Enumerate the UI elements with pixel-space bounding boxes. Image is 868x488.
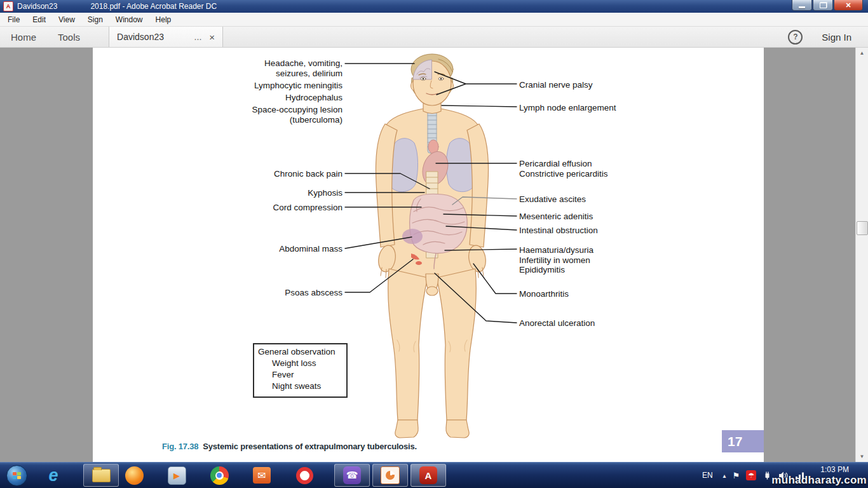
powerpoint-icon [381,466,400,484]
taskbar-internet-explorer[interactable]: e [41,464,66,487]
line-haematuria [445,249,517,250]
taskbar-acrobat[interactable]: A [410,464,446,487]
body-figure-illustration [93,48,764,462]
label-headache: Headache, vomiting, seizures, delirium [264,58,342,78]
firefox-icon [125,466,144,485]
minimize-icon [799,6,805,8]
app-tab-bar: Home Tools Davidson23 ... × ? Sign In [0,27,868,48]
folder-icon [92,469,111,482]
window-title-filename: Davidson23 [17,2,57,11]
label-cranial-nerve-palsy: Cranial nerve palsy [519,80,593,90]
pdf-file-icon: A [3,1,13,11]
tab-close-icon[interactable]: × [209,32,215,42]
pdf-page[interactable]: Headache, vomiting, seizures, delirium L… [93,48,764,462]
antivirus-tray-icon[interactable]: ☂ [746,470,756,480]
lungs [388,139,476,192]
arms [376,124,489,278]
spine [426,172,438,258]
label-lymphocytic-meningitis: Lymphocytic meningitis [254,81,342,91]
window-titlebar: A Davidson23 2018.pdf - Adobe Acrobat Re… [0,0,868,13]
action-center-flag-icon[interactable]: ⚑ [733,471,740,480]
language-indicator[interactable]: EN [702,471,713,480]
document-area: Headache, vomiting, seizures, delirium L… [0,48,868,462]
menu-view[interactable]: View [52,15,81,24]
label-space-occupying-lesion: Space-occupying lesion (tuberculoma) [252,105,342,125]
opera-icon [296,467,313,484]
label-abdominal-mass: Abdominal mass [279,244,342,254]
mail-icon: ✉ [253,467,271,484]
document-tab[interactable]: Davidson23 ... × [109,27,223,47]
window-title-text: 2018.pdf - Adobe Acrobat Reader DC [90,2,217,11]
windows-start-icon [6,465,27,486]
system-tray: EN ▴ ⚑ ☂ 1:03 PM muhadharaty.com [702,463,868,488]
network-signal-icon[interactable] [795,471,805,480]
menu-window[interactable]: Window [109,15,149,24]
legs [388,269,477,438]
tab-tools[interactable]: Tools [47,27,91,47]
maximize-icon [820,3,827,8]
power-plug-icon[interactable] [763,471,772,480]
help-icon[interactable]: ? [788,30,803,44]
start-button[interactable] [4,464,29,487]
line-intestinal [446,226,517,230]
menu-help[interactable]: Help [149,15,178,24]
taskbar-powerpoint[interactable] [372,464,408,487]
media-player-icon: ▶ [168,466,186,485]
volume-icon[interactable] [778,471,789,480]
close-button[interactable]: ✕ [834,0,863,11]
maximize-button[interactable] [813,0,833,11]
label-mesenteric-adenitis: Mesenteric adenitis [519,212,593,222]
line-mesenteric [444,214,517,216]
label-chronic-back-pain: Chronic back pain [274,169,342,179]
heart [419,140,452,189]
menu-sign[interactable]: Sign [81,15,109,24]
taskbar-chrome[interactable] [207,464,232,487]
taskbar-file-explorer[interactable] [83,464,119,487]
brain [413,60,431,79]
minimize-button[interactable] [792,0,812,11]
vertical-scrollbar[interactable]: ▲ ▼ [855,48,868,462]
taskbar-opera[interactable] [292,464,317,487]
scroll-down-button[interactable]: ▼ [856,451,868,462]
acrobat-reader-window: A Davidson23 2018.pdf - Adobe Acrobat Re… [0,0,868,488]
label-haematuria-dysuria: Haematuria/dysuria Infertility in women … [519,245,593,275]
menu-file[interactable]: File [1,15,26,24]
figure-caption-text: Systemic presentations of extrapulmonary… [203,442,417,451]
taskbar-media-player[interactable]: ▶ [164,464,189,487]
taskbar-viber[interactable]: ☎ [334,464,370,487]
document-tab-label: Davidson23 [117,32,164,42]
label-intestinal-obstruction: Intestinal obstruction [519,226,598,236]
line-chronic-back-pain [345,173,430,189]
taskbar-firefox[interactable] [121,464,147,487]
taskbar-clock[interactable]: 1:03 PM [820,465,849,474]
show-hidden-icons-button[interactable]: ▴ [723,472,726,479]
windows-taskbar: e ▶ ✉ ☎ A EN ▴ ⚑ ☂ [0,462,868,488]
label-hydrocephalus: Hydrocephalus [285,93,342,103]
general-observation-title: General observation [258,347,344,356]
internet-explorer-icon: e [48,466,58,485]
menu-bar: File Edit View Sign Window Help [0,13,868,27]
sign-in-button[interactable]: Sign In [822,32,851,43]
tab-home[interactable]: Home [0,27,47,47]
general-observation-item: Weight loss [258,358,344,368]
viber-icon: ☎ [343,466,361,484]
scroll-up-button[interactable]: ▲ [856,48,868,58]
scrollbar-thumb[interactable] [857,221,868,235]
line-psoas [345,259,413,292]
label-exudative-ascites: Exudative ascites [519,194,586,205]
label-pericardial-effusion: Pericardial effusion Constrictive perica… [519,159,608,179]
figure-number: Fig. 17.38 [162,442,198,451]
taskbar-mail[interactable]: ✉ [249,464,275,487]
label-monoarthritis: Monoarthritis [519,289,569,299]
tab-overflow-icon[interactable]: ... [194,32,202,42]
general-observation-item: Fever [258,370,344,379]
line-lymph-node [442,105,517,107]
close-icon: ✕ [845,1,851,10]
label-psoas-abscess: Psoas abscess [285,288,342,298]
intestines [410,194,468,269]
leader-lines [345,64,517,323]
label-lymph-node-enlargement: Lymph node enlargement [519,103,616,113]
menu-edit[interactable]: Edit [26,15,52,24]
chapter-page-badge: 17 [722,430,764,452]
line-monoarthritis [473,264,517,294]
